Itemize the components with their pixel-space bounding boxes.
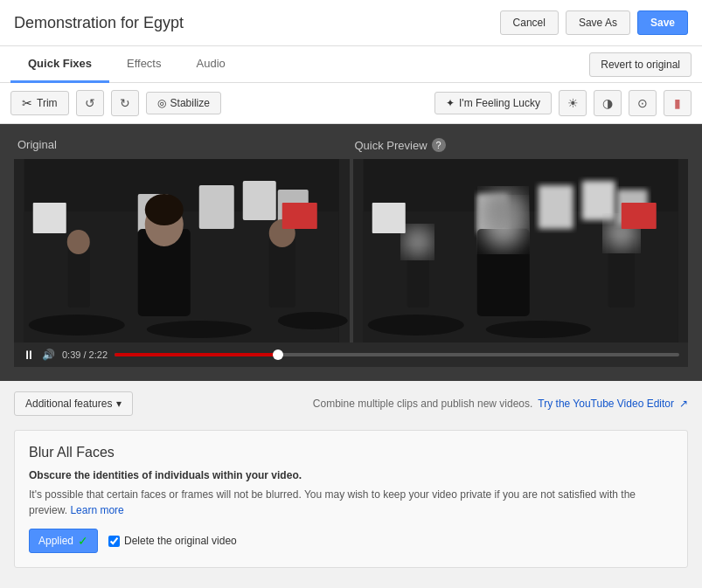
brightness-button[interactable]: [559, 90, 587, 116]
tabs-left: Quick Fixes Effects Audio: [10, 46, 243, 82]
video-panel-preview: [353, 159, 689, 342]
preview-help-icon[interactable]: ?: [432, 138, 446, 152]
svg-point-32: [403, 227, 431, 257]
blur-subtitle: Obscure the identities of individuals wi…: [29, 469, 673, 481]
toolbar: Trim Stabilize I'm Feeling Lucky: [0, 83, 702, 124]
progress-bar[interactable]: [115, 353, 679, 356]
svg-rect-16: [282, 203, 317, 229]
video-area: Original Quick Preview ?: [0, 124, 702, 381]
svg-point-15: [67, 230, 90, 254]
redo-icon: [120, 96, 130, 110]
redo-button[interactable]: [111, 90, 139, 116]
svg-rect-20: [538, 185, 573, 229]
applied-button[interactable]: Applied ✓: [29, 529, 98, 553]
svg-rect-3: [243, 181, 276, 220]
temperature-button[interactable]: [664, 90, 692, 116]
brightness-icon: [567, 96, 579, 110]
contrast-icon: [602, 96, 613, 110]
svg-point-7: [147, 321, 252, 338]
chevron-down-icon: ▾: [116, 398, 122, 410]
header-buttons: Cancel Save As Save: [500, 10, 688, 35]
progress-fill: [115, 353, 278, 356]
additional-features-row: Additional features ▾ Combine multiple c…: [14, 391, 688, 416]
delete-original-label[interactable]: Delete the original video: [108, 535, 237, 547]
blur-title: Blur All Faces: [29, 445, 673, 460]
blur-description: It's possible that certain faces or fram…: [29, 487, 673, 518]
save-as-button[interactable]: Save As: [566, 10, 630, 35]
play-button[interactable]: ⏸: [23, 348, 35, 362]
bottom-area: Additional features ▾ Combine multiple c…: [0, 381, 702, 578]
progress-knob[interactable]: [273, 349, 283, 360]
original-video-svg: [14, 159, 350, 342]
video-panel-original: [14, 159, 350, 342]
svg-point-24: [367, 315, 463, 336]
svg-point-25: [485, 321, 590, 338]
tab-audio[interactable]: Audio: [179, 46, 243, 83]
scissors-icon: [22, 96, 32, 110]
saturation-button[interactable]: [629, 90, 657, 116]
youtube-editor-link[interactable]: Try the YouTube Video Editor: [538, 398, 674, 410]
svg-rect-14: [68, 246, 90, 308]
lucky-icon: [446, 97, 455, 109]
svg-rect-33: [621, 203, 656, 229]
applied-check-icon: ✓: [78, 534, 88, 548]
contrast-button[interactable]: [594, 90, 622, 116]
undo-icon: [85, 96, 95, 110]
tabs-bar: Quick Fixes Effects Audio Revert to orig…: [0, 46, 702, 83]
tab-quick-fixes[interactable]: Quick Fixes: [10, 46, 109, 83]
trim-button[interactable]: Trim: [10, 91, 69, 115]
svg-point-8: [278, 312, 348, 329]
external-link-icon: ↗: [679, 398, 688, 410]
blur-section: Blur All Faces Obscure the identities of…: [14, 430, 688, 568]
svg-point-11: [145, 194, 184, 225]
video-panels: [14, 159, 688, 342]
stabilize-button[interactable]: Stabilize: [146, 92, 221, 114]
video-labels: Original Quick Preview ?: [14, 138, 688, 152]
header: Demonstration for Egypt Cancel Save As S…: [0, 0, 702, 46]
time-display: 0:39 / 2:22: [62, 349, 108, 360]
svg-rect-34: [372, 203, 405, 233]
undo-button[interactable]: [76, 90, 104, 116]
volume-button[interactable]: 🔊: [42, 349, 55, 361]
preview-video-svg: [353, 159, 689, 342]
video-controls: ⏸ 🔊 0:39 / 2:22: [14, 342, 688, 367]
cancel-button[interactable]: Cancel: [500, 10, 559, 35]
svg-rect-12: [269, 238, 295, 308]
revert-button[interactable]: Revert to original: [589, 52, 692, 77]
saturation-icon: [637, 96, 648, 110]
svg-point-6: [29, 315, 125, 336]
preview-label: Quick Preview ?: [351, 138, 689, 152]
svg-rect-17: [33, 203, 66, 233]
page-title: Demonstration for Egypt: [14, 14, 184, 32]
video-preview-frame: [353, 159, 689, 342]
svg-point-28: [482, 190, 524, 225]
youtube-editor-row: Combine multiple clips and publish new v…: [313, 398, 688, 410]
svg-rect-2: [199, 185, 234, 229]
learn-more-link[interactable]: Learn more: [70, 504, 123, 516]
temperature-icon: [674, 96, 681, 110]
additional-features-button[interactable]: Additional features ▾: [14, 391, 133, 416]
svg-rect-21: [581, 181, 615, 220]
save-button[interactable]: Save: [637, 10, 688, 35]
tab-effects[interactable]: Effects: [109, 46, 179, 83]
stabilize-icon: [157, 97, 166, 109]
feeling-lucky-button[interactable]: I'm Feeling Lucky: [434, 92, 552, 114]
delete-original-checkbox[interactable]: [108, 536, 120, 547]
video-original-frame: [14, 159, 350, 342]
applied-row: Applied ✓ Delete the original video: [29, 529, 673, 553]
original-label: Original: [14, 138, 351, 152]
